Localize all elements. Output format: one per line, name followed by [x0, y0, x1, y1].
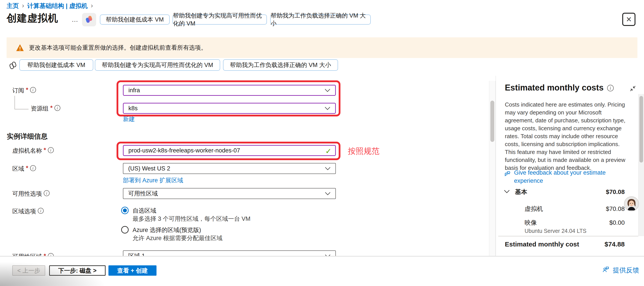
info-icon[interactable]: i	[48, 147, 54, 153]
required-asterisk: *	[26, 165, 28, 172]
resource-group-value: k8s	[128, 105, 138, 112]
warning-text: 更改基本选项可能会重置所做的选择。创建虚拟机前查看所有选项。	[29, 44, 207, 52]
radio-selected-icon[interactable]	[121, 207, 128, 214]
copilot-suggestion-low-cost[interactable]: 帮助我创建低成本 VM	[100, 15, 170, 25]
more-options-button[interactable]: …	[72, 16, 78, 23]
cost-total-label: Estimated monthly cost	[505, 240, 579, 248]
annotation-text: 按照规范	[348, 146, 380, 157]
breadcrumb-virtual-machines[interactable]: 计算基础结构 | 虚拟机	[27, 2, 88, 10]
copilot-suggestion-high-availability[interactable]: 帮助我创建专为实现高可用性而优化的 VM	[172, 15, 267, 25]
info-icon[interactable]: i	[30, 87, 36, 93]
chevron-down-icon	[325, 165, 330, 172]
info-icon[interactable]: i	[38, 208, 44, 214]
zone-radio-azure-select[interactable]: Azure 选择的区域(预览版)	[121, 226, 201, 234]
subscription-dropdown[interactable]: infra	[123, 85, 336, 96]
panel-scrollbar[interactable]	[638, 94, 644, 236]
avatar[interactable]	[624, 196, 639, 211]
panel-divider	[496, 76, 496, 256]
copilot-button[interactable]	[82, 13, 96, 26]
info-icon[interactable]: i	[607, 85, 614, 91]
breadcrumb-separator-icon: ›	[22, 2, 24, 9]
info-icon[interactable]: i	[44, 190, 50, 196]
footer-bar: < 上一步 下一步: 磁盘 > 查看 + 创建 提供反馈	[0, 256, 644, 286]
cost-item-amount: $70.08	[606, 205, 625, 212]
main-scrollbar[interactable]	[489, 81, 496, 256]
radio-unselected-icon[interactable]	[121, 226, 128, 233]
tree-connector-vertical	[14, 96, 15, 109]
region-value: (US) West US 2	[128, 165, 170, 172]
zone-radio-self-select[interactable]: 自选区域	[121, 207, 156, 215]
copilot-suggestion-vm-size[interactable]: 帮助我为工作负载选择正确的 VM 大小	[270, 15, 371, 25]
vm-name-label: 虚拟机名称* i	[12, 147, 54, 155]
chevron-down-icon	[325, 87, 330, 94]
radio-description: 允许 Azure 根据需要分配最佳区域	[132, 234, 222, 242]
info-icon[interactable]: i	[30, 165, 36, 171]
main-scrollbar-thumb[interactable]	[490, 101, 494, 142]
copilot-icon	[85, 15, 94, 25]
info-icon[interactable]: i	[54, 105, 60, 111]
cost-group-row[interactable]: 基本 $70.08	[504, 188, 625, 196]
breadcrumb-home[interactable]: 主页	[6, 2, 19, 10]
suggestion-high-availability[interactable]: 帮助我创建专为实现高可用性而优化的 VM	[95, 59, 220, 71]
breadcrumb-separator-icon: ›	[91, 2, 93, 9]
feedback-person-icon	[602, 266, 610, 275]
close-button[interactable]: ×	[622, 13, 636, 26]
cost-item-row: 虚拟机 $70.08	[524, 205, 625, 213]
tree-connector-horizontal	[14, 109, 28, 109]
give-feedback-link[interactable]: 提供反馈	[602, 266, 639, 275]
instance-details-heading: 实例详细信息	[7, 132, 48, 141]
required-asterisk: *	[44, 147, 46, 154]
suggestion-low-cost[interactable]: 帮助我创建低成本 VM	[19, 59, 93, 71]
availability-options-value: 可用性区域	[128, 190, 158, 197]
next-disks-button[interactable]: 下一步: 磁盘 >	[49, 265, 106, 276]
cost-item-name: 映像	[524, 218, 537, 227]
cost-panel-header: Estimated monthly costs i	[505, 83, 614, 93]
feedback-bubbles-icon	[504, 170, 511, 185]
chevron-down-icon	[325, 105, 330, 112]
give-feedback-text: 提供反馈	[613, 266, 639, 275]
region-label: 区域* i	[12, 165, 36, 173]
zone-options-label: 区域选项 i	[12, 207, 44, 215]
suggestion-vm-size[interactable]: 帮助我为工作负载选择正确的 VM 大小	[223, 59, 338, 71]
resource-group-dropdown[interactable]: k8s	[123, 103, 336, 114]
cost-panel-title: Estimated monthly costs	[505, 83, 604, 93]
extended-zone-link[interactable]: 部署到 Azure 扩展区域	[123, 176, 183, 184]
region-dropdown[interactable]: (US) West US 2	[123, 163, 336, 174]
radio-label: Azure 选择的区域(预览版)	[132, 226, 201, 234]
cost-group-amount: $70.08	[606, 188, 625, 195]
chevron-down-icon[interactable]	[504, 190, 510, 194]
estimate-feedback-text: Give feedback about your estimate experi…	[514, 169, 627, 185]
warning-icon	[16, 44, 24, 51]
resource-group-label: 资源组* i	[31, 105, 60, 112]
vm-name-input[interactable]	[123, 145, 336, 156]
close-icon: ×	[626, 14, 632, 25]
create-new-link[interactable]: 新建	[123, 115, 135, 123]
availability-options-label: 可用性选项 i	[12, 190, 50, 198]
cost-total-row: Estimated monthly cost $74.88	[505, 240, 625, 248]
create-vm-page: 主页 › 计算基础结构 | 虚拟机 › 创建虚拟机 … 帮助我创建低成本 VM …	[0, 0, 644, 286]
cost-disclaimer: Costs indicated here are estimates only.…	[505, 101, 629, 172]
cost-item-row: 映像 $0.00	[524, 218, 625, 227]
cost-item-name: 虚拟机	[524, 205, 543, 213]
availability-options-dropdown[interactable]: 可用性区域	[123, 188, 336, 199]
estimate-feedback-link[interactable]: Give feedback about your estimate experi…	[504, 169, 627, 185]
required-asterisk: *	[50, 105, 53, 111]
chevron-down-icon	[325, 190, 330, 197]
page-title: 创建虚拟机	[6, 12, 58, 25]
collapse-panel-icon[interactable]	[629, 85, 636, 93]
subscription-value: infra	[128, 87, 140, 94]
required-asterisk: *	[26, 87, 28, 93]
subscription-label: 订阅* i	[12, 87, 36, 94]
cost-total-amount: $74.88	[604, 240, 625, 248]
warning-banner: 更改基本选项可能会重置所做的选择。创建虚拟机前查看所有选项。	[6, 37, 638, 58]
review-create-button[interactable]: 查看 + 创建	[108, 265, 156, 276]
breadcrumb: 主页 › 计算基础结构 | 虚拟机 ›	[6, 2, 93, 10]
cost-group-name: 基本	[515, 188, 527, 196]
previous-button[interactable]: < 上一步	[12, 265, 45, 276]
cost-item-amount: $0.00	[609, 219, 625, 226]
copilot-outline-icon	[8, 61, 18, 70]
radio-description: 最多选择 3 个可用性区域，每个区域一台 VM	[132, 215, 250, 223]
cost-item-detail: Ubuntu Server 24.04 LTS	[524, 228, 586, 234]
panel-scrollbar-thumb[interactable]	[640, 96, 643, 163]
cost-total-divider	[498, 236, 638, 236]
